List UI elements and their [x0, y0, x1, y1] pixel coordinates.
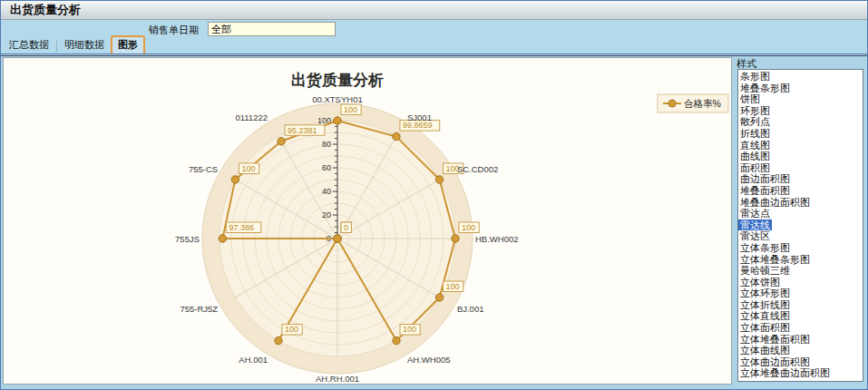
- data-point-marker: [275, 336, 282, 344]
- style-list-item[interactable]: 堆叠面积图: [738, 185, 863, 197]
- chart-legend: 合格率%: [658, 94, 728, 112]
- chart-style-listbox[interactable]: 条形图堆叠条形图饼图环形图散列点折线图直线图曲线图面积图曲边面积图堆叠面积图堆叠…: [737, 69, 863, 382]
- chart-panel: 02040608010010099.8659100100100100010009…: [3, 57, 732, 385]
- value-label: 100: [400, 325, 420, 336]
- style-list-item[interactable]: 曼哈顿三维: [738, 265, 863, 277]
- app-window: 出货质量分析 销售单日期 全部 汇总数据明细数据图形 0204060801001…: [0, 0, 868, 390]
- style-list-item[interactable]: 立体堆叠面积图: [738, 334, 863, 346]
- category-label: 755JS: [175, 234, 200, 244]
- style-list-item[interactable]: 雷达区: [738, 230, 863, 242]
- data-point-marker: [334, 117, 341, 124]
- style-list-item[interactable]: 折线图: [738, 128, 863, 140]
- axis-tick-label: 80: [322, 140, 331, 149]
- date-filter-input[interactable]: 全部: [208, 22, 336, 36]
- style-list-item[interactable]: 立体堆叠曲边面积图: [738, 367, 863, 379]
- category-label: AH.001: [239, 355, 268, 365]
- style-list-item[interactable]: 曲线图: [738, 151, 863, 162]
- style-list-item[interactable]: 面积图: [738, 162, 863, 174]
- data-point-marker: [393, 336, 400, 344]
- style-list-item[interactable]: 立体曲线图: [738, 345, 863, 356]
- value-label: 100: [341, 104, 361, 115]
- data-point-marker: [231, 176, 239, 183]
- date-filter-label: 销售单日期: [149, 24, 199, 37]
- category-label: 755-CS: [189, 164, 218, 174]
- style-list-item[interactable]: 雷达点: [738, 208, 863, 219]
- category-label: AH.WH005: [407, 355, 451, 365]
- style-list-item[interactable]: 立体折线图: [738, 299, 863, 311]
- data-point-marker: [334, 235, 341, 242]
- tab-bar: 汇总数据明细数据图形: [1, 38, 867, 54]
- style-list-item[interactable]: 立体面积图: [738, 322, 863, 334]
- style-list-item[interactable]: 饼图: [738, 93, 863, 105]
- value-label-text: 100: [285, 325, 298, 334]
- value-label: 100: [239, 163, 258, 174]
- value-label-text: 95.2381: [288, 126, 317, 135]
- tab-detail-data[interactable]: 明细数据: [58, 36, 111, 54]
- category-label: SC.CD002: [457, 164, 498, 174]
- category-label: 0111222: [235, 112, 268, 122]
- style-panel: 样式 条形图堆叠条形图饼图环形图散列点折线图直线图曲线图面积图曲边面积图堆叠面积…: [733, 56, 867, 390]
- style-list-item[interactable]: 条形图: [738, 71, 863, 83]
- value-label: 0: [341, 222, 351, 233]
- value-label-text: 100: [344, 105, 357, 114]
- app-titlebar: 出货质量分析: [1, 1, 867, 20]
- style-list-item[interactable]: 曲边面积图: [738, 173, 863, 185]
- data-point-marker: [452, 235, 459, 242]
- data-point-marker: [435, 294, 443, 301]
- category-label: AH.RH.001: [316, 374, 359, 384]
- style-list-item[interactable]: 散列点: [738, 116, 863, 128]
- style-list-item[interactable]: 立体环形图: [738, 288, 863, 299]
- radar-chart: 02040608010010099.8659100100100100010009…: [4, 58, 731, 384]
- category-label: BJ.001: [457, 304, 484, 314]
- tab-graph[interactable]: 图形: [111, 35, 145, 54]
- page-title: 出货质量分析: [10, 1, 81, 19]
- value-label-text: 100: [403, 325, 416, 334]
- value-label: 100: [282, 325, 302, 336]
- tab-summary-data[interactable]: 汇总数据: [3, 36, 55, 54]
- legend-label: 合格率%: [684, 98, 721, 109]
- style-list-item[interactable]: 直线图: [738, 140, 863, 151]
- value-label: 97.386: [226, 222, 260, 233]
- style-list-item[interactable]: 立体堆叠条形图: [738, 254, 863, 266]
- value-label: 100: [444, 281, 463, 292]
- value-label-text: 0: [344, 223, 348, 232]
- value-label-text: 100: [446, 282, 460, 291]
- style-list-item[interactable]: 立体直线图: [738, 310, 863, 322]
- style-list-item[interactable]: 堆叠条形图: [738, 83, 863, 94]
- data-point-marker: [219, 235, 226, 242]
- data-point-marker: [393, 132, 400, 140]
- style-list-item[interactable]: 环形图: [738, 105, 863, 117]
- category-label: 00.XTSYH01: [312, 94, 362, 104]
- axis-tick-label: 40: [322, 187, 331, 196]
- data-point-marker: [278, 138, 285, 145]
- data-point-marker: [435, 176, 443, 183]
- style-list-item[interactable]: 堆叠曲边面积图: [738, 197, 863, 209]
- axis-tick-label: 20: [322, 210, 331, 219]
- value-label: 95.2381: [285, 125, 325, 136]
- value-label: 100: [459, 222, 479, 233]
- category-label: HB.WH002: [475, 234, 519, 244]
- category-label: SJ001: [407, 112, 432, 122]
- value-label-text: 100: [241, 164, 255, 173]
- chart-title: 出货质量分析: [291, 72, 384, 89]
- style-list-item[interactable]: 立体饼图: [738, 277, 863, 288]
- style-list-item[interactable]: 立体曲边面积图: [738, 356, 863, 368]
- style-list-item[interactable]: 立体条形图: [738, 242, 863, 254]
- axis-tick-label: 60: [322, 163, 331, 172]
- content-area: 02040608010010099.8659100100100100010009…: [1, 56, 867, 389]
- tab-separator: [56, 41, 57, 52]
- value-label-text: 100: [462, 223, 475, 232]
- style-list-item[interactable]: 雷达线: [738, 219, 772, 231]
- legend-dot-icon: [668, 100, 676, 107]
- category-label: 755-RJ5Z: [180, 304, 218, 314]
- value-label-text: 97.386: [229, 223, 254, 232]
